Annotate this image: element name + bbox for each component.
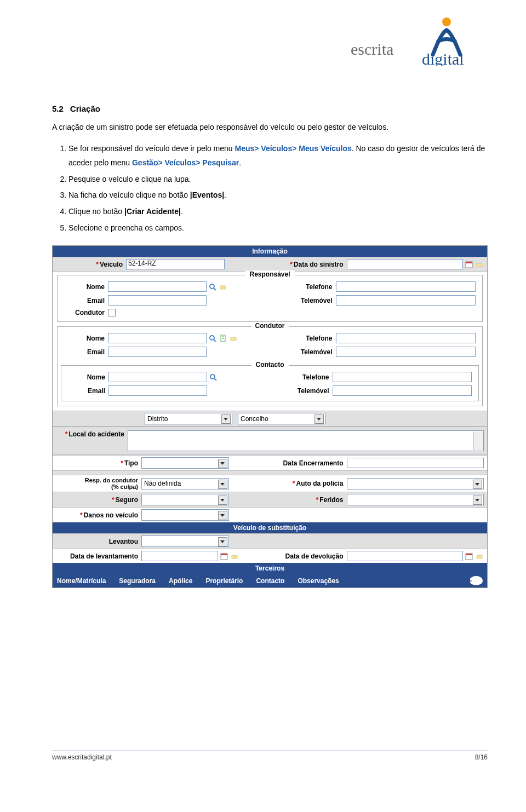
section-number: 5.2 [52, 104, 64, 113]
criar-acidente-button-name: |Criar Acidente| [124, 207, 181, 216]
svg-rect-21 [466, 554, 472, 555]
svg-rect-22 [477, 555, 482, 558]
input-resp-telefone[interactable] [336, 281, 476, 292]
select-resp-condutor[interactable]: Não definida [141, 478, 229, 489]
input-cont-telefone[interactable] [333, 372, 472, 382]
legend-responsavel: Responsável [245, 270, 294, 278]
eraser-icon[interactable] [230, 552, 239, 561]
select-danos[interactable] [141, 509, 229, 521]
fieldset-responsavel: Responsável Nome Telefone Email [57, 275, 483, 322]
step-3: Na ficha do veículo clique no botão |Eve… [68, 188, 488, 203]
label-nome: Nome [68, 373, 108, 381]
svg-text:escrita: escrita [351, 40, 393, 58]
label-data-enc: Data Encerramento [270, 459, 347, 467]
input-cond-nome[interactable] [108, 333, 207, 343]
search-icon[interactable] [208, 334, 217, 343]
select-distrito[interactable]: Distrito [145, 413, 232, 424]
label-veiculo: Veículo [56, 261, 126, 268]
input-cont-telemovel[interactable] [333, 385, 472, 396]
document-icon[interactable] [219, 334, 227, 343]
calendar-icon[interactable] [220, 552, 228, 561]
label-data-lev: Data de levantamento [56, 552, 141, 560]
label-telemovel: Telemóvel [270, 297, 336, 304]
svg-line-10 [214, 339, 216, 342]
input-veiculo[interactable]: 52-14-RZ [126, 259, 225, 269]
search-icon[interactable] [209, 373, 218, 382]
select-levantou[interactable] [141, 535, 229, 547]
select-feridos[interactable] [347, 494, 484, 505]
svg-point-0 [442, 18, 451, 26]
label-data-dev: Data de devolução [270, 552, 347, 560]
search-icon[interactable] [208, 283, 217, 291]
input-resp-email[interactable] [108, 295, 207, 306]
header-informacao: Informação [53, 246, 487, 257]
svg-rect-18 [221, 554, 227, 555]
steps-list: Se for responsável do veículo deve ir pe… [52, 142, 488, 235]
label-telemovel: Telemóvel [270, 348, 336, 356]
col-observacoes: Observações [298, 577, 352, 585]
col-proprietario: Proprietário [205, 577, 256, 585]
calendar-icon[interactable] [465, 260, 473, 269]
checkbox-condutor[interactable] [108, 309, 116, 316]
col-nome-matricula: Nome/Matrícula [57, 577, 119, 585]
input-cont-nome[interactable] [108, 372, 207, 382]
label-telefone: Telefone [270, 283, 336, 291]
svg-line-16 [214, 378, 216, 381]
step-1: Se for responsável do veículo deve ir pe… [68, 142, 488, 170]
section-title-text: Criação [70, 104, 100, 113]
select-concelho[interactable]: Concelho [238, 413, 325, 424]
select-auto-policia[interactable] [347, 478, 484, 489]
svg-point-9 [210, 336, 214, 340]
header-terceiros: Terceiros [53, 563, 487, 574]
select-seguro[interactable] [141, 494, 229, 505]
svg-line-7 [214, 288, 216, 290]
eraser-icon[interactable] [219, 283, 227, 291]
input-data-sinistro[interactable] [347, 259, 464, 269]
label-email: Email [68, 387, 108, 395]
label-seguro: Seguro [56, 496, 141, 504]
svg-rect-4 [466, 262, 472, 263]
calendar-icon[interactable] [465, 552, 473, 561]
form-screenshot: Informação Veículo 52-14-RZ Data do sini… [52, 245, 488, 588]
input-resp-nome[interactable] [108, 281, 207, 292]
step-5: Selecione e preencha os campos. [68, 221, 488, 235]
input-cond-email[interactable] [108, 347, 207, 357]
fieldset-condutor: Condutor Nome Telefone Email [57, 326, 483, 406]
col-apolice: Apólice [169, 577, 205, 585]
input-data-enc[interactable] [347, 458, 484, 468]
textarea-local[interactable] [128, 430, 484, 451]
input-data-lev[interactable] [141, 551, 218, 561]
input-resp-telemovel[interactable] [336, 295, 476, 306]
menu-path-1: Meus> Veículos> Meus Veículos [235, 144, 352, 153]
label-levantou: Levantou [56, 538, 141, 545]
menu-path-2: Gestão> Veículos> Pesquisar [132, 158, 239, 167]
svg-rect-14 [231, 337, 236, 341]
legend-condutor: Condutor [251, 322, 289, 330]
eraser-icon[interactable] [475, 552, 484, 561]
col-contacto: Contacto [256, 577, 298, 585]
footer-page: 8/16 [475, 753, 488, 761]
add-terceiro-button[interactable]: + [470, 576, 483, 585]
input-cont-email[interactable] [108, 385, 207, 396]
label-resp-condutor: Resp. do condutor(% culpa) [56, 477, 141, 490]
input-cond-telemovel[interactable] [336, 347, 476, 357]
footer-url: www.escritadigital.pt [52, 753, 112, 761]
eraser-icon[interactable] [475, 260, 484, 269]
section-heading: 5.2Criação [52, 104, 488, 113]
eraser-icon[interactable] [229, 334, 238, 343]
intro-paragraph: A criação de um sinistro pode ser efetua… [52, 121, 488, 134]
label-feridos: Feridos [270, 496, 347, 504]
label-nome: Nome [64, 283, 108, 291]
input-cond-telefone[interactable] [336, 333, 476, 343]
label-local: Local do acidente [56, 430, 128, 438]
label-tipo: Tipo [56, 459, 141, 467]
svg-rect-5 [477, 263, 482, 267]
svg-point-15 [210, 375, 215, 379]
svg-rect-8 [220, 286, 226, 289]
step-2: Pesquise o veículo e clique na lupa. [68, 172, 488, 187]
input-data-dev[interactable] [347, 551, 464, 561]
label-telefone: Telefone [270, 373, 333, 381]
svg-point-6 [210, 284, 214, 289]
eventos-button-name: |Eventos| [190, 191, 224, 199]
select-tipo[interactable] [141, 457, 229, 469]
